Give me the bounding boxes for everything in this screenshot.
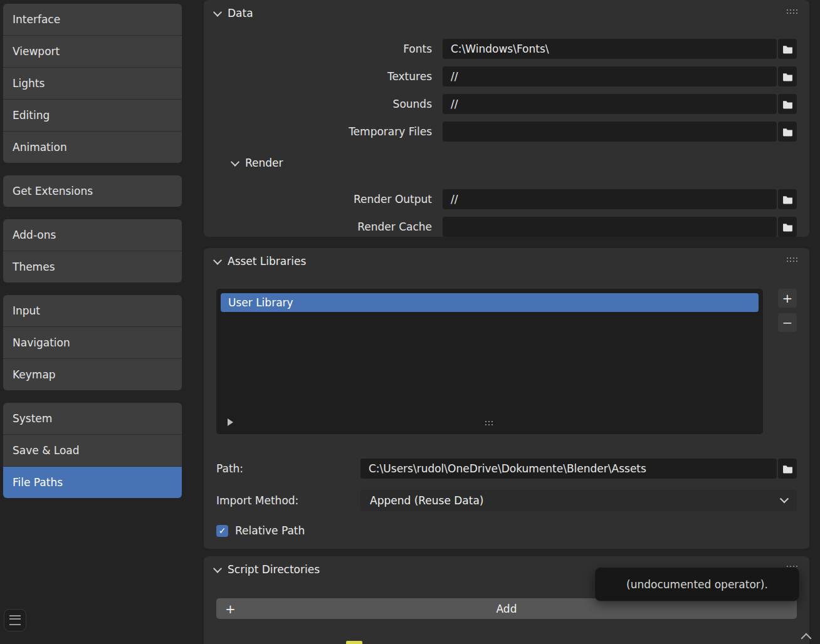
- sidebar-group-system: System Save & Load File Paths: [3, 403, 182, 498]
- library-path-input[interactable]: C:\Users\rudol\OneDrive\Dokumente\Blende…: [360, 459, 777, 479]
- field-value: //: [451, 98, 458, 110]
- sidebar-item-label: File Paths: [13, 476, 63, 489]
- sidebar-item-label: Viewport: [13, 45, 60, 58]
- folder-icon: [782, 127, 793, 137]
- field-label: Fonts: [204, 43, 443, 55]
- sidebar-item-label: Lights: [13, 77, 45, 90]
- path-label: Path:: [216, 462, 360, 475]
- render-subpanel-header[interactable]: Render: [232, 153, 809, 173]
- preferences-menu-button[interactable]: [4, 609, 26, 631]
- sidebar-item-label: Keymap: [13, 368, 56, 381]
- data-panel: Data Fonts C:\Windows\Fonts\ Textures //…: [204, 0, 809, 237]
- import-method-row: Import Method: Append (Reuse Data): [216, 490, 797, 511]
- sidebar-item-lights[interactable]: Lights: [3, 67, 182, 99]
- sidebar-item-label: Interface: [13, 13, 60, 26]
- sidebar-group-addons: Add-ons Themes: [3, 219, 182, 283]
- sidebar-item-system[interactable]: System: [3, 403, 182, 434]
- field-value: //: [451, 70, 458, 83]
- chevron-down-icon: [213, 256, 222, 265]
- relative-path-checkbox[interactable]: ✓: [216, 525, 228, 537]
- field-label: Temporary Files: [204, 125, 443, 138]
- sidebar-group-input: Input Navigation Keymap: [3, 295, 182, 390]
- sidebar-item-editing[interactable]: Editing: [3, 99, 182, 131]
- preferences-sidebar: Interface Viewport Lights Editing Animat…: [3, 4, 182, 511]
- sidebar-item-label: Themes: [13, 261, 55, 273]
- field-label: Render Cache: [204, 221, 443, 233]
- subpanel-title: Render: [245, 157, 283, 169]
- fonts-browse-button[interactable]: [778, 39, 797, 59]
- sidebar-item-label: System: [13, 412, 52, 425]
- clipped-color-swatch: [346, 641, 362, 644]
- render-output-input[interactable]: //: [443, 189, 777, 209]
- minus-icon: −: [782, 316, 793, 329]
- status-tooltip: (undocumented operator).: [594, 567, 800, 601]
- textures-path-input[interactable]: //: [443, 66, 777, 86]
- library-path-browse-button[interactable]: [778, 459, 797, 479]
- textures-browse-button[interactable]: [778, 66, 797, 86]
- sounds-browse-button[interactable]: [778, 94, 797, 114]
- render-output-browse-button[interactable]: [778, 189, 797, 209]
- folder-icon: [782, 222, 793, 232]
- list-item-label: User Library: [228, 296, 293, 309]
- sidebar-item-label: Input: [13, 304, 40, 317]
- asset-libraries-panel-header[interactable]: Asset Libraries: [204, 248, 809, 274]
- check-icon: ✓: [219, 526, 226, 536]
- folder-icon: [782, 72, 793, 81]
- sidebar-item-file-paths[interactable]: File Paths: [3, 466, 182, 498]
- sidebar-group-general: Interface Viewport Lights Editing Animat…: [3, 4, 182, 163]
- temporary-files-browse-button[interactable]: [778, 122, 797, 142]
- asset-library-list[interactable]: User Library: [216, 289, 763, 434]
- add-button-label: Add: [497, 603, 517, 615]
- field-label: Sounds: [204, 98, 443, 110]
- folder-icon: [782, 195, 793, 204]
- plus-icon: +: [782, 292, 793, 304]
- asset-libraries-content: User Library + − Path: C:\Users\rudol\On…: [204, 289, 809, 549]
- field-value: //: [451, 193, 458, 205]
- render-cache-browse-button[interactable]: [778, 217, 797, 237]
- sidebar-item-get-extensions[interactable]: Get Extensions: [3, 175, 182, 207]
- remove-library-button[interactable]: −: [778, 313, 797, 332]
- add-library-button[interactable]: +: [778, 289, 797, 308]
- chevron-down-icon: [231, 158, 239, 167]
- folder-icon: [782, 464, 793, 474]
- sidebar-item-label: Editing: [13, 109, 50, 122]
- panel-title: Script Directories: [228, 563, 320, 576]
- sidebar-item-input[interactable]: Input: [3, 295, 182, 326]
- sidebar-item-save-load[interactable]: Save & Load: [3, 434, 182, 466]
- asset-library-list-item[interactable]: User Library: [221, 293, 759, 312]
- render-output-row: Render Output //: [204, 189, 797, 209]
- list-resize-grip-icon[interactable]: [485, 420, 495, 426]
- folder-icon: [782, 44, 793, 54]
- dropdown-value: Append (Reuse Data): [370, 494, 484, 507]
- fonts-path-input[interactable]: C:\Windows\Fonts\: [443, 39, 777, 59]
- folder-icon: [782, 100, 793, 109]
- sidebar-item-navigation[interactable]: Navigation: [3, 326, 182, 358]
- sidebar-item-interface[interactable]: Interface: [3, 4, 182, 35]
- hamburger-menu-icon: [9, 615, 21, 625]
- panel-drag-grip-icon[interactable]: [786, 9, 799, 14]
- fonts-row: Fonts C:\Windows\Fonts\: [204, 39, 797, 59]
- sidebar-item-keymap[interactable]: Keymap: [3, 358, 182, 390]
- sidebar-item-label: Navigation: [13, 336, 70, 349]
- data-panel-header[interactable]: Data: [204, 0, 809, 26]
- tooltip-text: (undocumented operator).: [626, 578, 768, 591]
- sidebar-item-label: Get Extensions: [13, 185, 93, 197]
- sidebar-item-themes[interactable]: Themes: [3, 251, 182, 283]
- temporary-files-input[interactable]: [443, 122, 777, 142]
- sounds-row: Sounds //: [204, 94, 797, 114]
- panel-drag-grip-icon[interactable]: [786, 257, 799, 262]
- sidebar-item-label: Save & Load: [13, 444, 80, 457]
- field-value: C:\Users\rudol\OneDrive\Dokumente\Blende…: [369, 462, 646, 475]
- library-path-row: Path: C:\Users\rudol\OneDrive\Dokumente\…: [216, 459, 797, 479]
- import-method-dropdown[interactable]: Append (Reuse Data): [360, 490, 797, 511]
- preferences-main: Data Fonts C:\Windows\Fonts\ Textures //…: [204, 0, 809, 644]
- temporary-files-row: Temporary Files: [204, 122, 797, 142]
- list-filter-expand-icon[interactable]: [228, 418, 233, 426]
- render-cache-input[interactable]: [443, 217, 777, 237]
- sidebar-item-viewport[interactable]: Viewport: [3, 35, 182, 67]
- field-value: C:\Windows\Fonts\: [451, 43, 549, 55]
- sidebar-item-addons[interactable]: Add-ons: [3, 219, 182, 251]
- sidebar-item-animation[interactable]: Animation: [3, 131, 182, 163]
- render-cache-row: Render Cache: [204, 217, 797, 237]
- sounds-path-input[interactable]: //: [443, 94, 777, 114]
